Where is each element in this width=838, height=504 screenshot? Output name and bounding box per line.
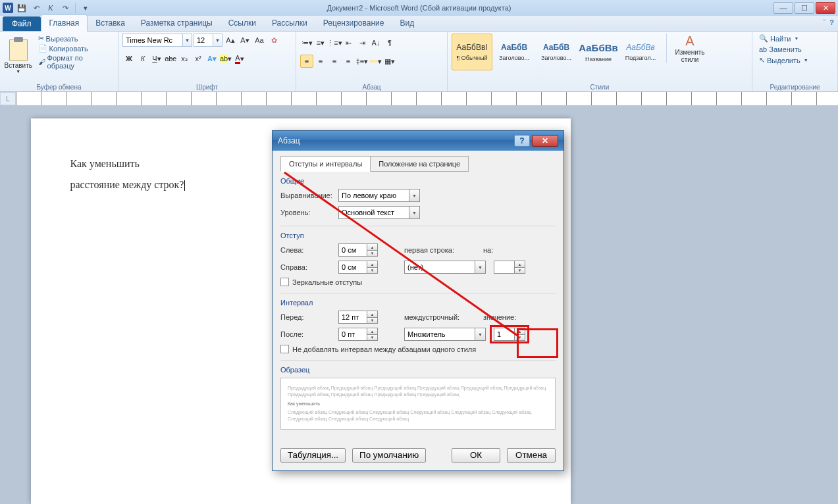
- font-name-dropdown[interactable]: ▼: [183, 34, 192, 47]
- highlight-button[interactable]: ab▾: [219, 52, 232, 65]
- underline-button[interactable]: Ч▾: [150, 52, 163, 65]
- ok-button[interactable]: ОК: [452, 448, 500, 463]
- no-space-same-style-label: Не добавлять интервал между абзацами одн…: [292, 345, 476, 353]
- line-spacing-select[interactable]: [404, 328, 475, 341]
- dialog-titlebar[interactable]: Абзац ? ✕: [273, 131, 563, 151]
- dialog-close-button[interactable]: ✕: [532, 135, 558, 147]
- subscript-button[interactable]: x₂: [178, 52, 191, 65]
- paragraph-group-label: Абзац: [296, 84, 447, 91]
- indent-right-spinner[interactable]: ▲▼: [367, 261, 378, 274]
- tab-review[interactable]: Рецензирование: [315, 15, 392, 31]
- tab-view[interactable]: Вид: [392, 15, 422, 31]
- titlebar: W 💾 ↶ K ↷ ▾ Документ2 - Microsoft Word (…: [0, 0, 838, 16]
- show-marks-button[interactable]: ¶: [383, 36, 396, 49]
- indent-by-spinner[interactable]: ▲▼: [515, 261, 525, 274]
- tab-home[interactable]: Главная: [41, 14, 88, 32]
- preview-box: Предыдущий абзац Предыдущий абзац Предыд…: [280, 378, 556, 430]
- bullets-button[interactable]: ≔▾: [300, 36, 313, 49]
- dialog-tab-position[interactable]: Положение на странице: [370, 156, 469, 172]
- line-spacing-button[interactable]: ‡≡▾: [355, 55, 369, 68]
- tabs-button[interactable]: Табуляция...: [280, 448, 346, 463]
- font-size-input[interactable]: [194, 34, 213, 47]
- dialog-tab-indents[interactable]: Отступы и интервалы: [280, 156, 371, 172]
- indent-left-spinner[interactable]: ▲▼: [367, 243, 378, 257]
- qat-customize-icon[interactable]: ▾: [80, 2, 92, 14]
- qat-undo-icon[interactable]: ↶: [30, 2, 42, 14]
- no-space-same-style-checkbox[interactable]: [280, 345, 289, 353]
- first-line-select[interactable]: [404, 261, 475, 274]
- qat-italic-icon[interactable]: K: [45, 2, 57, 14]
- level-select[interactable]: [338, 206, 409, 219]
- italic-button[interactable]: К: [136, 52, 149, 65]
- indent-right-input[interactable]: [338, 261, 367, 274]
- shading-button[interactable]: ▾: [369, 55, 382, 68]
- align-right-button[interactable]: ≡: [328, 55, 341, 68]
- space-before-spinner[interactable]: ▲▼: [367, 311, 378, 324]
- style-item-4[interactable]: АаБбВвПодзагол...: [620, 34, 661, 70]
- file-tab[interactable]: Файл: [3, 16, 41, 31]
- space-after-input[interactable]: [338, 328, 367, 341]
- horizontal-ruler[interactable]: [0, 92, 838, 105]
- clear-formatting-button[interactable]: ✿: [267, 34, 280, 47]
- dialog-help-button[interactable]: ?: [514, 135, 530, 147]
- indent-by-label: на:: [483, 246, 503, 254]
- format-painter-button[interactable]: 🖌Формат по образцу: [36, 53, 114, 70]
- cut-button[interactable]: ✂Вырезать: [36, 34, 114, 43]
- sort-button[interactable]: A↓: [369, 36, 382, 49]
- strike-button[interactable]: abc: [164, 52, 177, 65]
- group-preview-title: Образец: [280, 366, 556, 374]
- space-before-input[interactable]: [338, 311, 367, 324]
- numbering-button[interactable]: ≡▾: [314, 36, 327, 49]
- borders-button[interactable]: ▦▾: [383, 55, 396, 68]
- mirror-indents-checkbox[interactable]: [280, 278, 289, 286]
- level-dropdown[interactable]: ▼: [409, 206, 420, 219]
- paste-button[interactable]: Вставить ▼: [4, 34, 33, 80]
- cancel-button[interactable]: Отмена: [507, 448, 556, 463]
- shrink-font-button[interactable]: A▾: [238, 34, 251, 47]
- first-line-dropdown[interactable]: ▼: [475, 261, 486, 274]
- find-button[interactable]: 🔍Найти▼: [756, 34, 801, 43]
- change-styles-button[interactable]: A Изменить стили: [672, 34, 708, 63]
- tab-insert[interactable]: Вставка: [88, 15, 133, 31]
- align-dropdown[interactable]: ▼: [409, 189, 420, 202]
- group-indent-title: Отступ: [280, 232, 556, 239]
- multilevel-button[interactable]: ⋮≡▾: [328, 36, 341, 49]
- font-size-dropdown[interactable]: ▼: [213, 34, 223, 47]
- font-name-input[interactable]: [122, 34, 183, 47]
- grow-font-button[interactable]: A▴: [224, 34, 237, 47]
- tab-references[interactable]: Ссылки: [221, 15, 264, 31]
- align-left-button[interactable]: ≡: [300, 55, 313, 68]
- space-after-spinner[interactable]: ▲▼: [367, 328, 378, 341]
- increase-indent-button[interactable]: ⇥: [355, 36, 369, 49]
- style-item-1[interactable]: АаБбВЗаголово...: [494, 34, 535, 70]
- maximize-button[interactable]: ☐: [795, 2, 814, 14]
- default-button[interactable]: По умолчанию: [352, 448, 426, 463]
- qat-save-icon[interactable]: 💾: [16, 2, 28, 14]
- line-spacing-dropdown[interactable]: ▼: [475, 328, 486, 341]
- font-color-button[interactable]: A▾: [233, 52, 246, 65]
- indent-left-input[interactable]: [338, 243, 367, 257]
- style-item-0[interactable]: АаБбВвI¶ Обычный: [452, 34, 492, 70]
- tab-mailings[interactable]: Рассылки: [264, 15, 315, 31]
- style-item-2[interactable]: АаБбВЗаголово...: [536, 34, 577, 70]
- align-center-button[interactable]: ≡: [314, 55, 327, 68]
- app-icon: W: [3, 3, 13, 13]
- indent-by-input[interactable]: [494, 261, 515, 274]
- ribbon-minimize-icon[interactable]: ˇ: [824, 18, 826, 26]
- replace-button[interactable]: abЗаменить: [756, 45, 804, 54]
- align-select[interactable]: [338, 189, 409, 202]
- superscript-button[interactable]: x²: [192, 52, 205, 65]
- bold-button[interactable]: Ж: [122, 52, 136, 65]
- qat-redo-icon[interactable]: ↷: [59, 2, 71, 14]
- help-icon[interactable]: ?: [829, 18, 834, 26]
- text-effects-button[interactable]: A▾: [205, 52, 219, 65]
- select-button[interactable]: ↖Выделить▼: [756, 55, 811, 65]
- style-item-3[interactable]: АаБбВвНазвание: [578, 34, 619, 70]
- justify-button[interactable]: ≡: [342, 55, 355, 68]
- tab-layout[interactable]: Разметка страницы: [133, 15, 221, 31]
- close-button[interactable]: ✕: [816, 2, 835, 14]
- minimize-button[interactable]: —: [773, 2, 793, 14]
- change-case-button[interactable]: Aa: [253, 34, 266, 47]
- decrease-indent-button[interactable]: ⇤: [342, 36, 355, 49]
- copy-button[interactable]: 📄Копировать: [36, 43, 114, 53]
